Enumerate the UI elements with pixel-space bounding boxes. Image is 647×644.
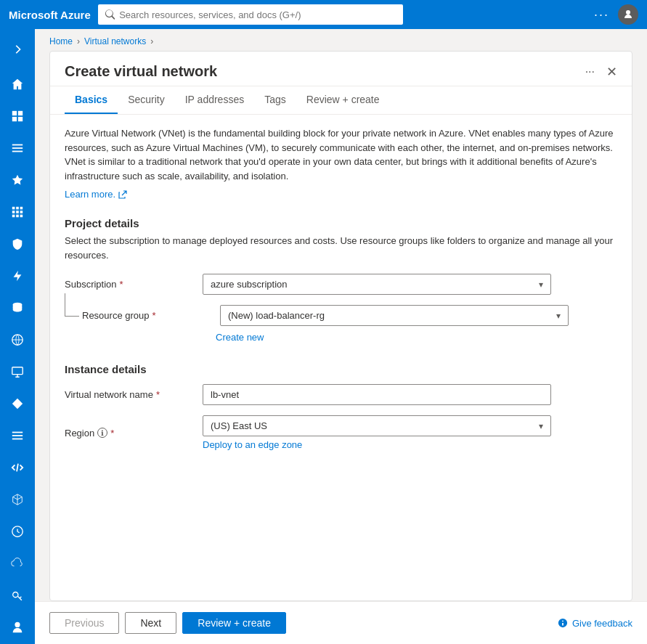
resource-group-control: (New) load-balancer-rg ▾ [220,305,569,326]
brand-name: Microsoft Azure [9,9,91,21]
search-input[interactable] [119,9,396,20]
svg-rect-21 [12,439,23,440]
sidebar-favorites-icon[interactable] [3,166,32,195]
vnet-name-label: Virtual network name * [65,389,195,400]
region-label: Region ℹ * [65,428,195,439]
subscription-label: Subscription * [65,279,195,290]
external-link-icon [118,190,127,199]
resource-group-label: Resource group * [82,310,213,321]
intro-text: Azure Virtual Network (VNet) is the fund… [65,126,617,183]
subscription-required: * [120,279,123,290]
subscription-dropdown[interactable]: azure subscription ▾ [203,274,551,295]
svg-rect-1 [18,111,23,115]
sidebar-diamond-icon[interactable] [3,389,32,418]
info-icon[interactable]: ℹ [97,428,107,438]
tab-security[interactable]: Security [118,86,175,114]
resource-group-row: Resource group * (New) load-balancer-rg … [82,305,617,326]
learn-more-link[interactable]: Learn more. [65,189,127,200]
svg-rect-14 [16,215,19,218]
tab-review-create[interactable]: Review + create [296,86,390,114]
breadcrumb-home[interactable]: Home [49,36,73,46]
panel-more-icon[interactable]: ··· [585,65,595,78]
sidebar-clock-icon[interactable] [3,517,32,546]
breadcrumb: Home › Virtual networks › [35,29,647,46]
previous-button[interactable]: Previous [49,612,119,634]
tab-basics[interactable]: Basics [65,86,118,114]
region-required: * [110,428,114,439]
vnet-name-input[interactable] [203,384,551,405]
sidebar-flash-icon[interactable] [3,261,32,290]
breadcrumb-sep2: › [150,36,153,46]
sidebar-menu2-icon[interactable] [3,421,32,450]
svg-rect-19 [12,432,23,433]
tabs: Basics Security IP addresses Tags Review… [50,86,632,115]
chevron-down-icon-rg: ▾ [556,311,561,321]
sidebar-security-icon[interactable] [3,229,32,258]
give-feedback-button[interactable]: Give feedback [558,618,632,629]
vnet-name-row: Virtual network name * [65,384,617,405]
svg-point-23 [13,592,18,598]
chevron-down-icon-region: ▾ [539,421,543,431]
resource-group-dropdown[interactable]: (New) load-balancer-rg ▾ [220,305,569,326]
svg-rect-20 [12,435,23,436]
avatar[interactable] [618,4,638,25]
main-area: Home › Virtual networks › Create virtual… [35,29,647,644]
breadcrumb-sep1: › [77,36,80,46]
svg-rect-4 [12,144,23,146]
breadcrumb-virtual-networks[interactable]: Virtual networks [84,36,146,46]
sidebar-grid-icon[interactable] [3,197,32,227]
next-button[interactable]: Next [125,612,176,634]
subscription-control: azure subscription ▾ [203,274,551,295]
search-bar[interactable] [98,4,403,25]
instance-details-title: Instance details [65,363,617,375]
sidebar [0,29,35,644]
topbar: Microsoft Azure ··· [0,0,647,29]
resource-group-required: * [152,310,156,321]
feedback-icon [558,618,568,628]
subscription-row: Subscription * azure subscription ▾ [65,274,617,295]
svg-rect-9 [20,207,23,210]
svg-rect-2 [12,117,17,121]
create-new-link[interactable]: Create new [216,332,264,343]
sidebar-cloud-icon[interactable] [3,549,32,578]
close-icon[interactable]: ✕ [606,64,617,80]
tab-tags[interactable]: Tags [254,86,296,114]
sidebar-box-icon[interactable] [3,485,32,514]
sidebar-database-icon[interactable] [3,293,32,322]
vnet-name-control [203,384,551,405]
sidebar-expand-icon[interactable] [3,35,32,64]
footer: Previous Next Review + create Give feedb… [35,601,647,644]
sidebar-person-icon[interactable] [3,613,32,642]
sidebar-monitor-icon[interactable] [3,357,32,386]
svg-rect-18 [12,367,23,375]
svg-rect-7 [12,207,15,210]
svg-point-24 [15,622,20,627]
sidebar-home-icon[interactable] [3,70,32,99]
svg-rect-12 [20,211,23,213]
svg-rect-0 [12,111,17,115]
sidebar-list-icon[interactable] [3,134,32,163]
svg-rect-8 [16,207,19,210]
svg-rect-3 [18,117,23,121]
panel: Create virtual network ··· ✕ Basics Secu… [49,51,632,601]
region-row: Region ℹ * (US) East US ▾ Deploy to an e… [65,415,617,450]
region-dropdown[interactable]: (US) East US ▾ [203,415,551,436]
sidebar-dashboard-icon[interactable] [3,102,32,131]
sidebar-network-icon[interactable] [3,325,32,354]
more-options-icon[interactable]: ··· [594,7,609,23]
panel-header: Create virtual network ··· ✕ [50,52,632,86]
svg-rect-11 [16,211,19,213]
deploy-edge-zone-link[interactable]: Deploy to an edge zone [203,439,302,450]
sidebar-key-icon[interactable] [3,581,32,610]
project-details-title: Project details [65,217,617,229]
chevron-down-icon: ▾ [539,280,543,290]
review-create-button[interactable]: Review + create [182,612,286,634]
topbar-right: ··· [594,4,638,25]
tab-ip-addresses[interactable]: IP addresses [175,86,254,114]
panel-body: Azure Virtual Network (VNet) is the fund… [50,115,632,600]
search-icon [105,9,115,20]
sidebar-code-icon[interactable] [3,453,32,482]
svg-rect-5 [12,147,23,149]
svg-rect-10 [12,211,15,213]
vnet-name-required: * [156,389,160,400]
